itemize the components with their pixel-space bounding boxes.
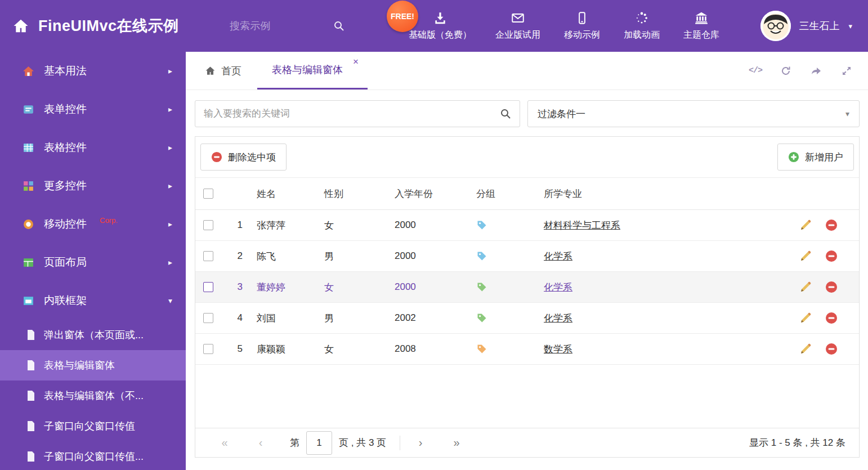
major-link[interactable]: 化学系 — [544, 313, 572, 324]
row-checkbox[interactable] — [203, 220, 213, 230]
row-name: 康颖颖 — [249, 343, 317, 356]
row-gender: 男 — [317, 312, 387, 325]
refresh-icon[interactable] — [779, 64, 793, 78]
envelope-icon — [511, 11, 525, 25]
row-name: 董婷婷 — [249, 281, 317, 294]
header-nav: 基础版（免费） 企业版试用 移动示例 加载动画 主题仓库 — [409, 11, 719, 41]
tab-home[interactable]: 首页 — [186, 52, 257, 89]
edit-icon[interactable] — [799, 250, 812, 262]
row-year: 2000 — [387, 220, 469, 231]
keyword-search-box — [195, 100, 520, 127]
delete-icon[interactable] — [825, 250, 838, 262]
sidebar-item-more-controls[interactable]: 更多控件 ▸ — [0, 167, 186, 205]
sidebar-item-basic-usage[interactable]: 基本用法 ▸ — [0, 52, 186, 90]
row-year: 2002 — [387, 312, 469, 324]
page-number-input[interactable] — [306, 431, 332, 455]
first-page-button[interactable]: « — [212, 436, 237, 449]
tag-icon — [476, 312, 487, 324]
edit-icon[interactable] — [799, 343, 812, 355]
home-icon — [205, 65, 216, 76]
sidebar-item-label: 基本用法 — [44, 64, 87, 78]
frame-icon — [23, 295, 34, 307]
share-icon[interactable] — [809, 64, 823, 78]
prev-page-button[interactable]: ‹ — [248, 436, 273, 449]
brand[interactable]: FineUIMvc在线示例 — [0, 16, 230, 36]
major-link[interactable]: 化学系 — [544, 251, 572, 262]
sidebar-item-page-layout[interactable]: 页面布局 ▸ — [0, 243, 186, 281]
sidebar-subitem-grid-edit-window-2[interactable]: 表格与编辑窗体（不... — [0, 381, 186, 411]
sidebar-item-label: 页面布局 — [44, 255, 87, 270]
expand-icon[interactable] — [840, 64, 853, 78]
sidebar-subitem-popup-window[interactable]: 弹出窗体（本页面或... — [0, 320, 186, 350]
table-row: 1 张萍萍 女 2000 材料科学与工程系 — [195, 210, 859, 241]
tag-icon — [476, 281, 487, 293]
delete-selected-label: 删除选中项 — [228, 151, 276, 164]
major-link[interactable]: 化学系 — [544, 282, 572, 293]
user-menu[interactable]: 三生石上 ▾ — [760, 11, 868, 41]
row-year: 2000 — [387, 281, 469, 293]
add-user-button[interactable]: 新增用户 — [777, 144, 854, 171]
chevron-right-icon: ▸ — [168, 258, 172, 267]
edit-icon[interactable] — [799, 312, 812, 324]
delete-icon[interactable] — [825, 219, 838, 231]
sidebar-subitem-grid-edit-window[interactable]: 表格与编辑窗体 — [0, 350, 186, 381]
pagination-summary: 显示 1 - 5 条 , 共 12 条 — [749, 436, 845, 449]
tab-label: 表格与编辑窗体 — [272, 63, 343, 77]
delete-icon[interactable] — [825, 281, 838, 293]
file-icon — [26, 329, 35, 341]
nav-item-label: 加载动画 — [624, 29, 660, 41]
source-code-icon[interactable]: </> — [749, 64, 762, 78]
tag-icon — [476, 220, 487, 231]
filter-dropdown[interactable]: 过滤条件一 ▾ — [527, 100, 860, 127]
blocks-icon — [23, 180, 34, 192]
sidebar-subitem-label: 表格与编辑窗体 — [44, 359, 115, 372]
nav-item-enterprise-trial[interactable]: 企业版试用 — [495, 11, 540, 41]
major-link[interactable]: 材料科学与工程系 — [544, 220, 620, 231]
tag-icon — [476, 343, 487, 355]
header-search-input[interactable] — [230, 20, 314, 32]
sidebar-subitem-label: 子窗口向父窗口传值 — [44, 419, 135, 433]
nav-item-loading-animation[interactable]: 加载动画 — [624, 11, 660, 41]
sidebar-subitem-label: 弹出窗体（本页面或... — [44, 328, 144, 342]
edit-icon[interactable] — [799, 219, 812, 231]
delete-icon[interactable] — [825, 343, 838, 355]
search-icon[interactable] — [500, 108, 511, 119]
column-year: 入学年份 — [387, 187, 469, 200]
delete-selected-button[interactable]: 删除选中项 — [200, 144, 287, 171]
sidebar-item-mobile-controls[interactable]: 移动控件 Corp. ▸ — [0, 205, 186, 243]
nav-item-mobile-demo[interactable]: 移动示例 — [564, 11, 600, 41]
close-icon[interactable]: × — [353, 57, 359, 66]
major-link[interactable]: 数学系 — [544, 344, 572, 355]
search-icon[interactable] — [333, 20, 344, 32]
tab-grid-edit-window[interactable]: 表格与编辑窗体 × — [257, 52, 368, 89]
sidebar-item-iframe[interactable]: 内联框架 ▾ — [0, 281, 186, 320]
file-icon — [26, 420, 35, 432]
row-gender: 女 — [317, 281, 387, 294]
pagination-bar: « ‹ 第 页 , 共 3 页 › » 显示 1 - 5 条 , 共 12 条 — [195, 428, 859, 457]
sidebar-item-label: 表单控件 — [44, 102, 87, 117]
select-all-checkbox[interactable] — [203, 189, 213, 199]
keyword-search-input[interactable] — [204, 108, 500, 119]
tag-icon — [476, 250, 487, 262]
home-icon — [12, 17, 29, 34]
sidebar-subitem-child-to-parent[interactable]: 子窗口向父窗口传值 — [0, 411, 186, 441]
nav-item-theme-repo[interactable]: 主题仓库 — [683, 11, 719, 41]
sidebar-item-grid-controls[interactable]: 表格控件 ▸ — [0, 128, 186, 167]
row-checkbox[interactable] — [203, 313, 213, 323]
sidebar-item-form-controls[interactable]: 表单控件 ▸ — [0, 90, 186, 128]
row-checkbox[interactable] — [203, 282, 213, 292]
row-checkbox[interactable] — [203, 251, 213, 261]
main-content: 首页 表格与编辑窗体 × </> 过滤条件一 ▾ 删除选中项 — [186, 52, 868, 470]
row-checkbox[interactable] — [203, 344, 213, 354]
free-badge: FREE! — [387, 1, 418, 32]
column-name: 姓名 — [249, 187, 317, 200]
last-page-button[interactable]: » — [444, 436, 469, 449]
row-name: 陈飞 — [249, 250, 317, 263]
edit-icon[interactable] — [799, 281, 812, 293]
user-name: 三生石上 — [799, 19, 839, 33]
filter-dropdown-value: 过滤条件一 — [538, 108, 585, 120]
next-page-button[interactable]: › — [408, 436, 433, 449]
delete-icon[interactable] — [825, 312, 838, 324]
row-index: 5 — [222, 343, 249, 355]
sidebar-subitem-child-to-parent-2[interactable]: 子窗口向父窗口传值... — [0, 441, 186, 470]
